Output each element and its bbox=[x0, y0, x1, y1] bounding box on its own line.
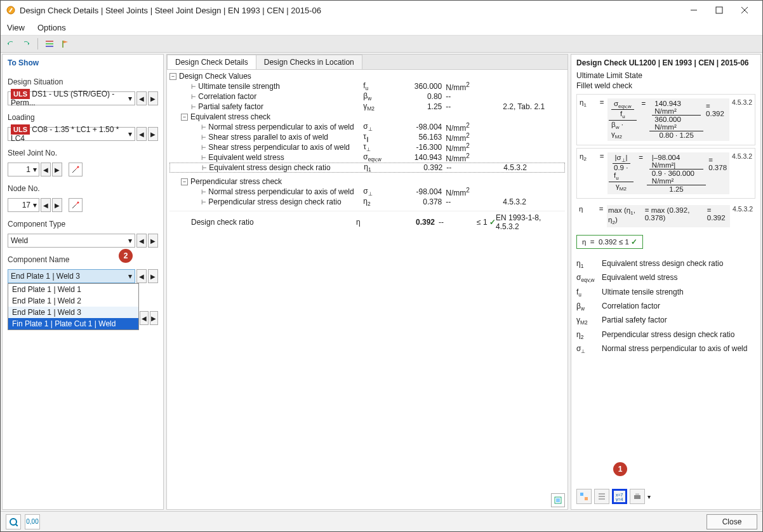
row-label: Shear stress perpendicular to axis of we… bbox=[208, 143, 363, 152]
next-button[interactable]: ▶ bbox=[148, 91, 158, 105]
collapse-icon[interactable]: − bbox=[169, 73, 176, 80]
tab-design-check-details[interactable]: Design Check Details bbox=[167, 55, 256, 69]
maximize-button[interactable] bbox=[707, 1, 732, 19]
export-icon[interactable] bbox=[551, 493, 565, 507]
row-unit: -- bbox=[446, 197, 484, 206]
row-unit: N/mm2 bbox=[446, 122, 484, 133]
formula-eta: η = max (η1, η2) = max (0.392, 0.378) = … bbox=[576, 201, 755, 231]
svg-text:x=7: x=7 bbox=[616, 493, 623, 497]
app-window: Design Check Details | Steel Joints | St… bbox=[0, 0, 763, 532]
row-symbol: γM2 bbox=[363, 102, 401, 112]
result-box: η = 0.392 ≤ 1 ✓ bbox=[576, 235, 643, 249]
label-loading: Loading bbox=[8, 113, 158, 122]
next-button[interactable]: ▶ bbox=[52, 198, 62, 212]
row-symbol: η1 bbox=[364, 163, 402, 173]
prev-button[interactable]: ◀ bbox=[41, 198, 51, 212]
row-label: Correlation factor bbox=[198, 92, 363, 101]
row-ref: 4.5.3.2 bbox=[503, 197, 565, 206]
row-value: -16.300 bbox=[401, 143, 446, 152]
row-label: Ultimate tensile strength bbox=[198, 82, 363, 91]
pick-icon[interactable] bbox=[69, 198, 83, 212]
prev-button[interactable]: ◀ bbox=[136, 269, 147, 283]
node-combo[interactable]: 17 ▾ bbox=[8, 198, 39, 212]
print-icon[interactable] bbox=[630, 489, 645, 504]
pick-icon[interactable] bbox=[69, 163, 83, 176]
design-situation-combo[interactable]: ULS DS1 - ULS (STR/GEO) - Perm... ▾ bbox=[8, 91, 135, 105]
prev-button[interactable]: ◀ bbox=[136, 234, 147, 248]
row-value: -98.004 bbox=[401, 187, 446, 196]
minimize-button[interactable] bbox=[681, 1, 707, 19]
component-type-combo[interactable]: Weld▾ bbox=[8, 234, 135, 248]
right-subtitle: Fillet weld check bbox=[576, 81, 755, 90]
prev-button[interactable]: ◀ bbox=[136, 127, 147, 141]
tab-design-checks-location[interactable]: Design Checks in Location bbox=[256, 55, 362, 69]
component-name-dropdown[interactable]: End Plate 1 | Weld 1 End Plate 1 | Weld … bbox=[8, 283, 139, 330]
label-component-type: Component Type bbox=[8, 220, 158, 229]
row-label: Normal stress perpendicular to axis of w… bbox=[208, 187, 363, 196]
svg-line-23 bbox=[16, 524, 18, 526]
close-button[interactable]: Close bbox=[707, 514, 757, 529]
row-value: 140.943 bbox=[401, 153, 446, 162]
label-design-situation: Design Situation bbox=[8, 77, 158, 86]
tool-icon[interactable] bbox=[576, 489, 592, 504]
loading-combo[interactable]: ULS CO8 - 1.35 * LC1 + 1.50 * LC4 ▾ bbox=[8, 127, 135, 141]
row-unit: N/mm2 bbox=[446, 132, 484, 143]
row-value: 0.392 bbox=[394, 218, 439, 227]
svg-rect-6 bbox=[46, 43, 53, 44]
legend-desc: Equivalent stress design check ratio bbox=[602, 259, 755, 269]
next-button[interactable]: ▶ bbox=[148, 127, 158, 141]
tool-icon[interactable] bbox=[594, 489, 609, 504]
next-button[interactable]: ▶ bbox=[148, 234, 158, 248]
app-icon bbox=[6, 5, 16, 15]
window-title: Design Check Details | Steel Joints | St… bbox=[20, 6, 321, 15]
tool-flag-icon[interactable] bbox=[58, 37, 71, 50]
dropdown-item[interactable]: End Plate 1 | Weld 3 bbox=[8, 307, 138, 318]
next-button[interactable]: ▶ bbox=[52, 163, 62, 176]
row-label: Partial safety factor bbox=[198, 102, 363, 111]
help-icon[interactable] bbox=[6, 514, 21, 529]
prev-button[interactable]: ◀ bbox=[140, 311, 149, 325]
svg-rect-8 bbox=[62, 41, 63, 48]
formulas: η1 = σeqv,wfu βw · γM2 = 140.943 N/mm²36… bbox=[576, 91, 755, 485]
row-unit: -- bbox=[446, 92, 484, 101]
collapse-icon[interactable]: − bbox=[181, 178, 188, 185]
legend-desc: Equivalent weld stress bbox=[602, 273, 755, 283]
row-value: 1.25 bbox=[401, 102, 446, 111]
chevron-down-icon: ▾ bbox=[33, 165, 37, 174]
collapse-icon[interactable]: − bbox=[181, 114, 188, 121]
prev-button[interactable]: ◀ bbox=[41, 163, 51, 176]
steel-joint-combo[interactable]: 1 ▾ bbox=[8, 163, 39, 176]
chevron-down-icon: ▾ bbox=[33, 201, 37, 209]
dropdown-item[interactable]: End Plate 1 | Weld 1 bbox=[8, 284, 138, 295]
right-panel: Design Check UL1200 | EN 1993 | CEN | 20… bbox=[571, 54, 761, 510]
footer: 0,00 Close bbox=[1, 511, 762, 531]
tool-prev-icon[interactable] bbox=[4, 37, 17, 50]
legend-desc: Correlation factor bbox=[602, 302, 755, 312]
formula-ref: 4.5.3.2 bbox=[729, 98, 752, 141]
check-icon: ✓ bbox=[631, 238, 637, 246]
row-ok: ≤ 1 ✓ bbox=[477, 218, 496, 227]
close-window-button[interactable] bbox=[732, 1, 757, 19]
legend-desc: Partial safety factor bbox=[602, 316, 755, 326]
titlebar: Design Check Details | Steel Joints | St… bbox=[1, 1, 762, 20]
prev-button[interactable]: ◀ bbox=[136, 91, 147, 105]
row-symbol: τ∥ bbox=[363, 132, 401, 142]
next-button[interactable]: ▶ bbox=[148, 269, 158, 283]
menu-view[interactable]: View bbox=[7, 23, 25, 32]
tool-list-icon[interactable] bbox=[43, 37, 56, 50]
toolbar bbox=[1, 35, 762, 53]
right-toolbar: x=7y=4 1 ▾ bbox=[576, 488, 755, 505]
dropdown-item[interactable]: End Plate 1 | Weld 2 bbox=[8, 295, 138, 307]
next-button[interactable]: ▶ bbox=[150, 311, 159, 325]
formula-eta2: η2 = |σ⊥|0.9 · fuγM2 = |–98.004 N/mm²|0.… bbox=[576, 148, 755, 199]
row-label: Design check ratio bbox=[191, 218, 356, 227]
annotation-2: 2 bbox=[119, 249, 133, 263]
formula-tool-icon[interactable]: x=7y=4 bbox=[612, 489, 627, 504]
chevron-down-icon[interactable]: ▾ bbox=[647, 493, 651, 500]
component-name-combo[interactable]: End Plate 1 | Weld 3▾ bbox=[8, 269, 135, 283]
dropdown-item[interactable]: Fin Plate 1 | Plate Cut 1 | Weld bbox=[8, 318, 138, 329]
group-header: Design Check Values bbox=[179, 72, 344, 81]
units-icon[interactable]: 0,00 bbox=[25, 514, 40, 529]
tool-next-icon[interactable] bbox=[20, 37, 32, 50]
menu-options[interactable]: Options bbox=[37, 23, 66, 32]
